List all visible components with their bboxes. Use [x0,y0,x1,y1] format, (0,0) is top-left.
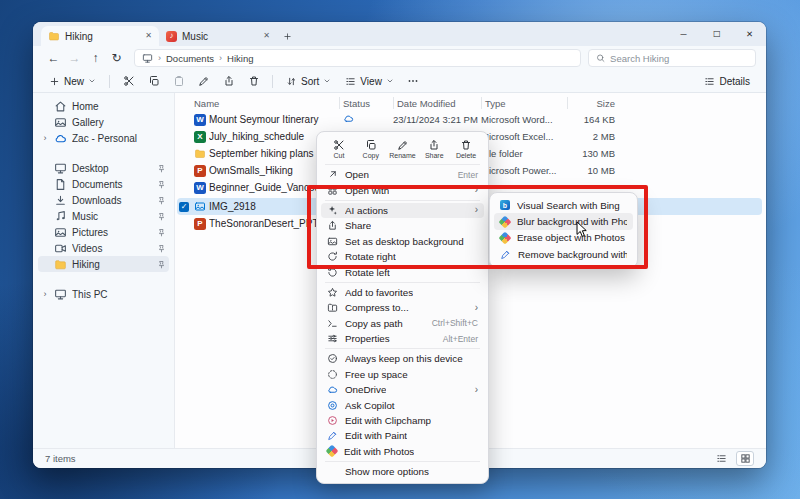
sidebar-item-gallery[interactable]: Gallery [38,114,169,130]
submenu-item-erase-object-photos[interactable]: Erase object with Photos [494,230,633,246]
sidebar-item-downloads[interactable]: Downloads [38,192,169,208]
share-icon [327,220,338,231]
breadcrumb-root-icon [142,53,153,64]
sort-button[interactable]: Sort [280,72,337,91]
view-button[interactable]: View [339,72,400,91]
details-pane-button[interactable]: Details [698,72,756,91]
close-button[interactable]: ✕ [733,22,766,46]
zip-icon [327,302,338,313]
breadcrumb-item-hiking[interactable]: Hiking [227,53,253,64]
selected-checkbox[interactable]: ✓ [179,202,189,212]
menu-item-open-with[interactable]: Open with › [321,182,484,197]
delete-quick-action[interactable]: Delete [451,138,481,160]
menu-item-edit-with-photos[interactable]: Edit with Photos [321,444,484,459]
up-button[interactable]: ↑ [85,49,106,67]
menu-item-ai-actions[interactable]: AI actions › [321,203,484,218]
list-view-icon [716,453,727,464]
document-icon [54,178,67,191]
music-note-icon [54,210,67,223]
chevron-down-icon [386,77,394,85]
share-button[interactable] [217,72,240,91]
sidebar-item-this-pc[interactable]: › This PC [38,286,169,302]
new-button[interactable]: New [43,72,102,91]
column-header-date[interactable]: Date Modified [393,97,481,109]
menu-item-compress-to[interactable]: Compress to... › [321,300,484,315]
menu-item-show-more-options[interactable]: Show more options [321,464,484,479]
forward-button[interactable]: → [64,49,85,67]
toolbar-divider [272,75,273,88]
navigation-pane: Home Gallery › Zac - Personal Desktop [33,93,175,448]
search-box[interactable] [588,49,756,67]
submenu-item-blur-background-photos[interactable]: Blur background with Photos [494,213,633,229]
submenu-item-remove-background-paint[interactable]: Remove background with Paint [494,246,633,262]
file-row[interactable]: Mount Seymour Itinerary 23/11/2024 3:21 … [177,111,766,128]
address-bar: ← → ↑ ↻ › Documents › Hiking [33,46,766,70]
menu-item-edit-with-paint[interactable]: Edit with Paint [321,428,484,443]
cut-icon [333,139,345,151]
pin-icon [157,212,166,221]
breadcrumb-item-documents[interactable]: Documents [166,53,214,64]
sidebar-item-documents[interactable]: Documents [38,176,169,192]
plus-icon [49,76,60,87]
cut-icon [123,75,135,87]
computer-icon [54,288,67,301]
column-header-name[interactable]: Name [191,97,339,109]
delete-button[interactable] [242,72,265,91]
tab-music[interactable]: ♪ Music ✕ [159,26,277,46]
sidebar-item-music[interactable]: Music [38,208,169,224]
menu-item-share[interactable]: Share [321,218,484,233]
close-tab-icon[interactable]: ✕ [145,32,152,40]
tab-label: Hiking [65,31,140,42]
menu-item-edit-with-clipchamp[interactable]: Edit with Clipchamp [321,413,484,428]
menu-item-add-to-favorites[interactable]: Add to favorites [321,285,484,300]
sidebar-section-gap [33,272,174,286]
sidebar-item-videos[interactable]: Videos [38,240,169,256]
menu-item-rotate-right[interactable]: Rotate right [321,249,484,264]
thumbnail-view-toggle[interactable] [736,451,754,466]
menu-item-properties[interactable]: Properties Alt+Enter [321,331,484,346]
new-tab-button[interactable] [277,26,297,46]
menu-item-free-up-space[interactable]: Free up space [321,367,484,382]
refresh-button[interactable]: ↻ [106,49,127,67]
menu-item-set-as-desktop-background[interactable]: Set as desktop background [321,234,484,249]
sidebar-item-desktop[interactable]: Desktop [38,160,169,176]
share-quick-action[interactable]: Share [419,138,449,160]
details-view-toggle[interactable] [712,451,730,466]
sidebar-item-hiking[interactable]: Hiking [38,256,169,272]
tab-hiking[interactable]: Hiking ✕ [41,26,159,46]
column-header-size[interactable]: Size [567,97,619,109]
menu-item-copy-as-path[interactable]: Copy as path Ctrl+Shift+C [321,316,484,331]
submenu-item-visual-search-bing[interactable]: Visual Search with Bing [494,197,633,213]
view-icon [345,76,356,87]
pin-icon [157,260,166,269]
menu-item-onedrive[interactable]: OneDrive › [321,382,484,397]
expand-chevron-icon[interactable]: › [41,290,49,299]
plus-icon [283,32,292,41]
breadcrumb[interactable]: › Documents › Hiking [134,49,581,67]
wallpaper-icon [327,236,338,247]
more-options-button[interactable] [402,72,425,91]
back-button[interactable]: ← [43,49,64,67]
rename-quick-action[interactable]: Rename [388,138,418,160]
cut-quick-action[interactable]: Cut [324,138,354,160]
menu-item-rotate-left[interactable]: Rotate left [321,264,484,279]
search-input[interactable] [610,53,748,64]
menu-item-ask-copilot[interactable]: Ask Copilot [321,397,484,412]
close-tab-icon[interactable]: ✕ [263,32,270,40]
copy-button[interactable] [142,72,165,91]
menu-item-open[interactable]: Open Enter [321,167,484,182]
minimize-button[interactable]: ─ [667,22,700,46]
sidebar-item-pictures[interactable]: Pictures [38,224,169,240]
chevron-down-icon [88,77,96,85]
copy-quick-action[interactable]: Copy [356,138,386,160]
sidebar-item-home[interactable]: Home [38,98,169,114]
cut-button[interactable] [117,72,140,91]
menu-item-always-keep-on-device[interactable]: Always keep on this device [321,351,484,366]
column-header-status[interactable]: Status [339,97,393,109]
column-header-type[interactable]: Type [481,97,567,109]
rename-button[interactable] [192,72,215,91]
expand-chevron-icon[interactable]: › [41,134,49,143]
sidebar-item-onedrive[interactable]: › Zac - Personal [38,130,169,146]
paste-button[interactable] [167,72,190,91]
maximize-button[interactable]: ☐ [700,22,733,46]
